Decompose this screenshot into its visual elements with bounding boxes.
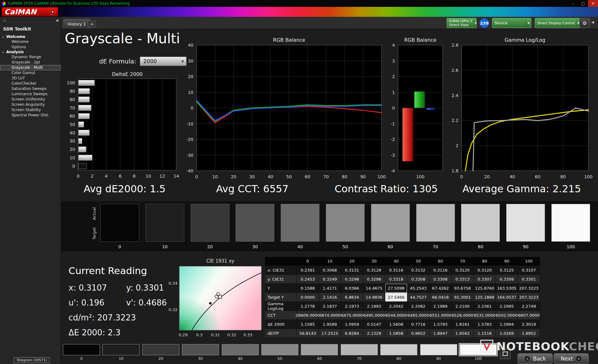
table-cell-x-cie31-40[interactable]: 0.3116 [385,266,407,275]
table-cell-gamma-log-log-100[interactable]: 2.2749 [518,302,540,311]
table-cell-e-2000-100[interactable]: 2.3019 [518,320,540,329]
table-cell-e-2000-40[interactable]: 1.5608 [385,320,407,329]
table-cell-y-50[interactable]: 45.2543 [407,284,430,293]
sidebar-item-screen-stability[interactable]: Screen Stability [0,107,61,113]
table-cell-target-y-100[interactable]: 207.3223 [518,293,540,302]
pattern-button-40[interactable]: 40 [222,344,259,362]
table-cell-deitp-100[interactable]: 1.6952 [518,329,540,338]
next-button[interactable]: Next » [554,353,589,364]
table-cell-y-cie31-70[interactable]: 0.3313 [452,275,474,284]
table-cell-x-cie31-100[interactable]: 0.3107 [518,266,540,275]
table-cell-cct-90[interactable]: 6502.0000 [496,311,518,320]
table-cell-gamma-log-log-30[interactable]: 2.1993 [363,302,385,311]
pattern-button-60[interactable]: 60 [301,344,338,362]
table-cell-x-cie31-20[interactable]: 0.3131 [341,266,363,275]
calman-logo-menu[interactable]: CalMAN ▼ [2,7,58,16]
table-cell-e-2000-70[interactable]: 1.8161 [452,320,474,329]
sidebar-item-screen-angularity[interactable]: Screen Angularity [0,102,61,107]
table-cell-target-y-20[interactable]: 6.8634 [341,293,363,302]
table-cell-cct-10[interactable]: 6874.0000 [319,311,341,320]
table-cell-cct-80[interactable]: 6531.0000 [474,311,496,320]
table-cell-gamma-log-log-20[interactable]: 2.1973 [341,302,363,311]
table-cell-y-90[interactable]: 163.5305 [496,284,518,293]
table-cell-y-70[interactable]: 93.6758 [452,284,474,293]
table-cell-gamma-log-log-60[interactable]: 2.1989 [430,302,452,311]
table-cell-cct-0[interactable]: 26609.0000 [297,311,319,320]
table-cell-y-cie31-100[interactable]: 0.3301 [518,275,540,284]
sidebar-item-grayscale-multi[interactable]: Grayscale - Multi [0,65,61,70]
table-cell-gamma-log-log-80[interactable]: 2.2361 [474,302,496,311]
sidebar-collapse-icon[interactable]: ◀ [56,18,58,22]
table-cell-x-cie31-30[interactable]: 0.3128 [363,266,385,275]
table-cell-deitp-70[interactable]: 1.6562 [452,329,474,338]
pattern-button-80[interactable]: 80 [380,344,417,362]
table-cell-e-2000-20[interactable]: 1.0959 [341,320,363,329]
table-cell-target-y-80[interactable]: 125.1868 [474,293,496,302]
tab-history-1[interactable]: History 1 [64,19,90,29]
table-cell-deitp-90[interactable]: 1.0269 [496,329,518,338]
maximize-button[interactable]: □ [578,0,588,7]
sidebar-item-grayscale-2pt[interactable]: Grayscale - 2pt [0,60,61,65]
table-cell-cct-100[interactable]: 6607.0000 [518,311,540,320]
table-cell-y-40[interactable]: 27.5098 [385,284,407,293]
table-cell-deitp-40[interactable]: 1.5858 [385,329,407,338]
table-cell-x-cie31-50[interactable]: 0.3132 [407,266,430,275]
pattern-button-30[interactable]: 30 [182,344,219,362]
table-cell-y-100[interactable]: 207.3223 [518,284,540,293]
table-cell-x-cie31-90[interactable]: 0.3125 [496,266,518,275]
display-control-select[interactable]: Direct Display Control ▼ [535,18,580,28]
table-cell-y-30[interactable]: 14.4675 [363,284,385,293]
close-button[interactable]: × [588,0,598,7]
add-tab-button[interactable]: + [88,20,96,28]
taskbar-telegram-hint[interactable]: Telegram (30571) [14,357,50,363]
panel-collapse-button[interactable]: ◀ [591,20,594,24]
table-cell-x-cie31-80[interactable]: 0.3120 [474,266,496,275]
table-cell-target-y-90[interactable]: 164.0537 [496,293,518,302]
table-cell-target-y-60[interactable]: 66.0418 [430,293,452,302]
sidebar-item-3d-lut[interactable]: 3D LUT [0,76,61,81]
table-cell-e-2000-30[interactable]: 0.5147 [363,320,385,329]
sidebar-item-spectral-power-dist[interactable]: Spectral Power Dist. [0,113,61,118]
table-cell-deitp-30[interactable]: 2.1329 [363,329,385,338]
table-cell-y-80[interactable]: 125.8760 [474,284,496,293]
pattern-button-50[interactable]: 50 [261,344,298,362]
sidebar-item-welcome[interactable]: Welcome [0,39,61,44]
table-cell-y-10[interactable]: 1.4171 [319,284,341,293]
table-cell-target-y-30[interactable]: 14.9836 [363,293,385,302]
sidebar-item-screen-uniformity[interactable]: Screen Uniformity [0,97,61,102]
table-cell-gamma-log-log-50[interactable]: 2.2082 [407,302,430,311]
table-cell-cct-30[interactable]: 6495.0000 [363,311,385,320]
table-cell-cct-50[interactable]: 6465.0000 [407,311,430,320]
table-cell-y-cie31-40[interactable]: 0.3318 [385,275,407,284]
table-cell-y-cie31-80[interactable]: 0.3307 [474,275,496,284]
table-cell-y-20[interactable]: 6.0366 [341,284,363,293]
table-cell-cct-70[interactable]: 6526.0000 [452,311,474,320]
table-cell-target-y-0[interactable]: 0.0000 [297,293,319,302]
table-cell-gamma-log-log-40[interactable]: 2.2042 [385,302,407,311]
table-cell-y-cie31-30[interactable]: 0.3298 [363,275,385,284]
sidebar-group-welcome[interactable]: ▸Welcome [0,35,61,39]
table-cell-deitp-20[interactable]: 6.8284 [341,329,363,338]
table-cell-x-cie31-0[interactable]: 0.2391 [297,266,319,275]
table-cell-e-2000-90[interactable]: 1.5994 [496,320,518,329]
sidebar-item-color-gamut[interactable]: Color Gamut [0,70,61,76]
sidebar-item-colorchecker[interactable]: ColorChecker [0,81,61,86]
table-cell-x-cie31-70[interactable]: 0.3120 [452,266,474,275]
table-cell-gamma-log-log-90[interactable]: 2.2995 [496,302,518,311]
sidebar-group-analysis[interactable]: ▸Analysis [0,50,61,54]
source-select[interactable]: Source ▼ [492,18,531,28]
table-cell-y-0[interactable]: 0.1588 [297,284,319,293]
sidebar-item-saturation-sweeps[interactable]: Saturation Sweeps [0,86,61,91]
table-cell-gamma-log-log-70[interactable]: 2.2100 [452,302,474,311]
table-cell-e-2000-0[interactable]: 1.1585 [297,320,319,329]
table-cell-gamma-log-log-10[interactable]: 2.1837 [319,302,341,311]
back-button[interactable]: « Back [518,353,553,364]
sidebar-item-options[interactable]: Options [0,44,61,50]
pattern-button-70[interactable]: 70 [341,344,378,362]
sidebar-item-dynamic-range[interactable]: Dynamic Range [0,54,61,60]
table-cell-y-cie31-10[interactable]: 0.3249 [319,275,341,284]
table-cell-target-y-10[interactable]: 2.1416 [319,293,341,302]
table-cell-gamma-log-log-0[interactable]: 1.2778 [297,302,319,311]
table-cell-y-cie31-60[interactable]: 0.3308 [430,275,452,284]
table-cell-e-2000-10[interactable]: 1.9589 [319,320,341,329]
